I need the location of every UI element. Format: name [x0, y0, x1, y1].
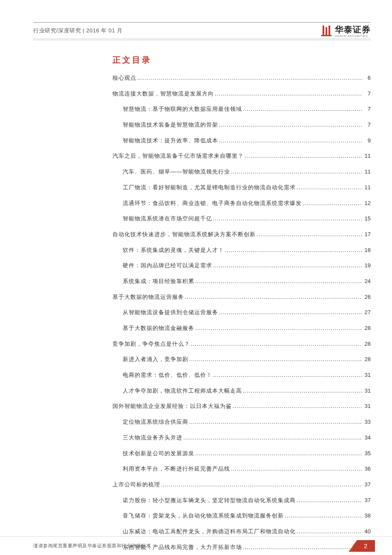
toc-entry-label: 基于大数据的物流金融服务: [123, 324, 194, 332]
logo-subtext: HUATAI SECURITIES: [335, 35, 371, 38]
toc-leader-dots: [183, 434, 362, 442]
toc-entry-page: 28: [363, 356, 371, 363]
page-content: 行业研究/深度研究 | 2016 年 01 月 华泰证券 HUATAI SECU…: [0, 0, 392, 551]
toc-entry: 硬件：国内品牌已经可以满足需求19: [112, 262, 371, 269]
page-number-badge: 2: [349, 540, 375, 552]
toc-entry-page: 28: [363, 340, 371, 348]
toc-entry-label: 诺力股份：轻小型搬运车辆龙头，坚定转型物流自动化系统集成商: [123, 497, 296, 504]
page-header: 行业研究/深度研究 | 2016 年 01 月 华泰证券 HUATAI SECU…: [33, 22, 371, 39]
toc-entry-page: 9: [363, 137, 371, 145]
toc-entry-label: 核心观点: [112, 74, 136, 82]
toc-entry-page: 27: [363, 309, 371, 316]
toc-entry-label: 智慧物流：基于物联网的大数据应用最佳领域: [123, 105, 242, 113]
toc-entry-label: 新进入者涌入，竞争加剧: [123, 356, 188, 363]
toc-title: 正文目录: [112, 55, 371, 66]
toc-leader-dots: [137, 74, 362, 82]
svg-rect-0: [323, 26, 324, 35]
toc-entry-page: 12: [363, 199, 371, 207]
footer-disclaimer: 谨请参阅尾页重要声明及华泰证券股票和行业评级标准: [33, 543, 151, 549]
toc-entry-label: 技术创新是公司的发展源泉: [123, 450, 194, 457]
toc-entry-label: 人才争夺加剧，物流软件工程师成本大幅走高: [123, 387, 242, 395]
toc-entry-page: 31: [363, 371, 371, 379]
toc-leader-dots: [243, 387, 362, 395]
toc-leader-dots: [243, 105, 362, 113]
toc-entry: 上市公司标的梳理37: [112, 481, 371, 489]
toc-entry-label: 系统集成：项目经验靠积累: [123, 278, 194, 285]
toc-entry: 音飞储存：货架龙头，从自动化物流系统集成到物流服务创新38: [112, 512, 371, 520]
toc-entry-label: 软件：系统集成的灵魂，关键是人才！: [123, 246, 224, 254]
toc-leader-dots: [231, 465, 362, 473]
toc-leader-dots: [195, 450, 362, 457]
toc-entry: 电商的需求：低价、低价、低价！31: [112, 371, 371, 379]
toc-entry: 山东威达：电动工具配件龙头，并购德迈科布局工厂和物流自动化40: [112, 528, 371, 535]
toc-entry-label: 电商的需求：低价、低价、低价！: [123, 371, 212, 379]
toc-entry: 竞争加剧，争夺焦点是什么？28: [112, 340, 371, 348]
toc-entry-page: 31: [363, 402, 371, 410]
toc-entry-page: 11: [363, 168, 371, 176]
toc-entry: 系统集成：项目经验靠积累24: [112, 278, 371, 285]
toc-entry-page: 15: [363, 215, 371, 223]
logo-text: 华泰证券: [335, 24, 371, 35]
toc-leader-dots: [297, 497, 362, 504]
toc-entry: 汽车之后，智能物流装备千亿市场需求来自哪里？11: [112, 152, 371, 160]
toc-leader-dots: [245, 152, 362, 160]
toc-entry-page: 33: [363, 418, 371, 426]
toc-entry: 从智能物流设备提供到仓储运营服务27: [112, 309, 371, 316]
toc-leader-dots: [195, 278, 362, 285]
toc-entry: 智能物流技术装备是智慧物流的骨架7: [112, 121, 371, 129]
toc-entry-label: 硬件：国内品牌已经可以满足需求: [123, 262, 212, 269]
toc-entry-page: 35: [363, 450, 371, 457]
toc-entry-page: 28: [363, 324, 371, 332]
toc-entry-label: 三大物流业务齐头并进: [123, 434, 182, 442]
toc-entry-label: 汽车、医药、烟草——智能物流领先行业: [123, 168, 230, 176]
toc-entry-page: 40: [363, 528, 371, 535]
toc-entry-page: 17: [363, 231, 371, 238]
toc-leader-dots: [185, 293, 362, 301]
svg-rect-2: [329, 26, 330, 35]
toc-entry-label: 流通环节：食品饮料、商业连锁、电子商务自动化物流系统需求爆发: [123, 199, 302, 207]
toc-entry: 自动化技术快速进步，智能物流系统解决方案不断创新17: [112, 231, 371, 238]
toc-entry-page: 18: [363, 246, 371, 254]
toc-leader-dots: [195, 324, 362, 332]
toc-entry: 国外智能物流企业发展经验：以日本大福为鉴31: [112, 402, 371, 410]
toc-entry: 诺力股份：轻小型搬运车辆龙头，坚定转型物流自动化系统集成商37: [112, 497, 371, 504]
page-footer: 谨请参阅尾页重要声明及华泰证券股票和行业评级标准 2: [0, 536, 392, 555]
toc-leader-dots: [225, 246, 362, 254]
toc-entry-page: 11: [363, 184, 371, 191]
toc-entry-label: 自动化技术快速进步，智能物流系统解决方案不断创新: [112, 231, 256, 238]
toc-entry-label: 定位物流系统综合供应商: [123, 418, 188, 426]
toc-entry: 智能物流系统潜在市场空间超千亿15: [112, 215, 371, 223]
svg-rect-1: [326, 27, 327, 35]
toc-entry: 人才争夺加剧，物流软件工程师成本大幅走高31: [112, 387, 371, 395]
toc-entry-label: 山东威达：电动工具配件龙头，并购德迈科布局工厂和物流自动化: [123, 528, 296, 535]
toc-entry-page: 19: [363, 262, 371, 269]
toc-entry-label: 物流连接大数据，智慧物流是发展方向: [112, 90, 214, 98]
toc-leader-dots: [219, 309, 362, 316]
toc-entry-label: 智能物流技术装备是智慧物流的骨架: [123, 121, 218, 129]
logo-icon: [320, 25, 332, 37]
toc-leader-dots: [297, 184, 362, 191]
toc-leader-dots: [213, 215, 362, 223]
toc-entry-page: 36: [363, 465, 371, 473]
toc-entry-label: 国外智能物流企业发展经验：以日本大福为鉴: [112, 402, 232, 410]
toc-entry-page: 7: [363, 105, 371, 113]
toc-entry-label: 从智能物流设备提供到仓储运营服务: [123, 309, 218, 316]
toc-entry-page: 6: [363, 74, 371, 82]
svg-rect-3: [321, 35, 331, 36]
toc-entry: 基于大数据的物流运营服务26: [112, 293, 371, 301]
toc-leader-dots: [189, 356, 362, 363]
main-content: 正文目录 核心观点6物流连接大数据，智慧物流是发展方向7智慧物流：基于物联网的大…: [33, 39, 371, 551]
toc-leader-dots: [219, 137, 362, 145]
toc-entry: 利用资本平台，不断进行外延完善产品线36: [112, 465, 371, 473]
toc-leader-dots: [231, 168, 362, 176]
toc-entry: 定位物流系统综合供应商33: [112, 418, 371, 426]
toc-entry-label: 基于大数据的物流运营服务: [112, 293, 184, 301]
toc-leader-dots: [189, 418, 362, 426]
breadcrumb: 行业研究/深度研究 | 2016 年 01 月: [33, 27, 123, 35]
toc-entry-page: 7: [363, 121, 371, 129]
toc-leader-dots: [219, 121, 362, 129]
toc-leader-dots: [215, 90, 362, 98]
toc-entry: 物流连接大数据，智慧物流是发展方向7: [112, 90, 371, 98]
toc-leader-dots: [297, 528, 362, 535]
brand-logo: 华泰证券 HUATAI SECURITIES: [320, 24, 371, 38]
